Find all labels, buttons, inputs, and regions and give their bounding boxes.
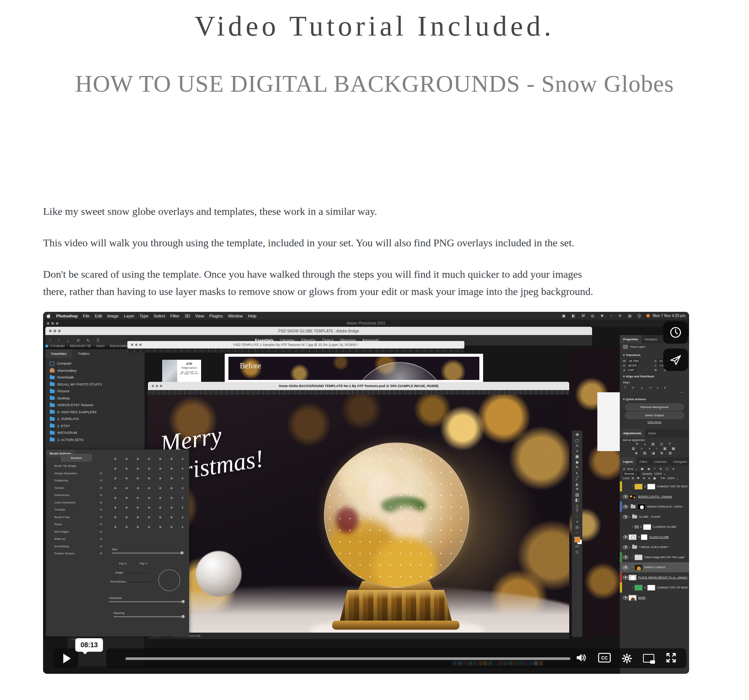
sidebar-item-desktop[interactable]: Desktop: [45, 395, 145, 402]
visibility-eye-icon[interactable]: [623, 495, 628, 499]
layer-row-selected[interactable]: ⌐ SAMPLE IMAGE: [620, 562, 689, 572]
video-control-bar[interactable]: CC: [106, 648, 686, 668]
menubar-item-3d[interactable]: 3D: [185, 314, 190, 318]
settings-gear-icon[interactable]: [622, 654, 632, 663]
layer-row[interactable]: BOKEH LIGHTS - Optional: [620, 491, 689, 502]
angle-field[interactable]: Angle:: [115, 571, 148, 574]
marquee-tool-icon[interactable]: ▢: [575, 438, 579, 442]
brush-option[interactable]: Protect Texture⊠: [46, 550, 106, 557]
lasso-tool-icon[interactable]: ∿: [575, 444, 579, 448]
path-select-tool-icon[interactable]: ◌: [576, 514, 579, 519]
watch-later-button[interactable]: [663, 321, 688, 344]
layer-name[interactable]: SNOW OVERLAYS - OPEN -: [647, 505, 684, 508]
sidebar-item-instagram[interactable]: INSTAGRAM: [45, 429, 145, 436]
adjustment-icons-row[interactable]: ☀ ◒ ▧ ◫ ▽: [620, 442, 689, 446]
hardness-slider[interactable]: Hardness: [109, 596, 184, 602]
align-title[interactable]: Align and Distribute: [626, 375, 654, 378]
menubar-item-window[interactable]: Window: [228, 314, 243, 318]
breadcrumb-item[interactable]: Computer: [50, 344, 65, 348]
document-window[interactable]: Snow Globe BACKGROUND TEMPLATE No.1 By A…: [148, 382, 569, 639]
brush-preset-grid[interactable]: [110, 454, 183, 529]
visibility-eye-icon[interactable]: [623, 505, 628, 509]
flip-y-checkbox[interactable]: Flip Y: [140, 562, 147, 565]
remove-background-button[interactable]: Remove Background: [625, 404, 684, 411]
sidebar-item-photo-stuff[interactable]: 00GALL MY PHOTO STUFF!!: [45, 381, 145, 388]
layer-name[interactable]: CLEARER GLOBE: [653, 525, 676, 529]
transform-h[interactable]: 85.5%: [627, 363, 638, 368]
visibility-eye-icon[interactable]: [623, 535, 628, 539]
layer-name[interactable]: BOKEH LIGHTS - Optional: [638, 495, 672, 498]
flip-x-checkbox[interactable]: Flip X: [119, 562, 127, 565]
kind-filter[interactable]: Kind: [627, 467, 633, 471]
breadcrumb-item[interactable]: Users: [96, 344, 105, 348]
play-button[interactable]: [54, 648, 78, 668]
layer-mask-thumbnail[interactable]: [641, 534, 648, 540]
video-player[interactable]: Photoshop File Edit Image Layer Type Sel…: [43, 312, 689, 674]
menubar-status-icons[interactable]: ▣ ◧ M ◎ ✚ ◔ ≋ ▤ Q: [562, 314, 644, 318]
tab-properties[interactable]: Properties: [620, 335, 642, 343]
layer-name[interactable]: PLACE IMAGE ABOVE Th..er - Adjust Opacit…: [638, 576, 688, 579]
layer-mask-thumbnail[interactable]: [647, 585, 656, 591]
layer-thumbnail[interactable]: [634, 483, 643, 490]
breadcrumb-item[interactable]: sharonoakey: [110, 344, 129, 348]
layer-name[interactable]: Place Image BELOW This Layer: [644, 555, 685, 559]
sidebar-item-etsy[interactable]: 2. ETSY: [45, 422, 145, 430]
opacity-value[interactable]: 100%: [654, 472, 662, 476]
visibility-eye-icon[interactable]: [623, 515, 628, 519]
layer-thumbnail[interactable]: [628, 595, 637, 601]
blur-tool-icon[interactable]: ◧: [575, 498, 579, 502]
hand-tool-icon[interactable]: ◖: [576, 520, 579, 524]
spacing-slider[interactable]: Spacing: [113, 611, 184, 617]
layer-group-row[interactable]: › SNOW OVERLAYS - OPEN -: [620, 502, 689, 512]
quick-actions-title[interactable]: Quick Actions: [626, 398, 646, 401]
transform-title[interactable]: Transform: [626, 353, 640, 357]
select-subject-button[interactable]: Select Subject: [625, 412, 684, 419]
captions-icon[interactable]: CC: [598, 653, 611, 664]
layer-filter-icons[interactable]: ▣ ◉ T ⊞ ▢ ●: [641, 467, 676, 471]
layer-group-row[interactable]: ⌄ GLOBE - GLASS: [620, 512, 689, 522]
layer-name[interactable]: SAMPLE IMAGE: [644, 566, 665, 569]
brush-option[interactable]: Wet Edges⊠: [46, 528, 106, 536]
layer-thumbnail[interactable]: [634, 564, 643, 570]
visibility-eye-icon[interactable]: [623, 566, 628, 569]
brush-tip-preview[interactable]: [158, 569, 180, 591]
history-brush-tool-icon[interactable]: ◭: [576, 482, 579, 486]
window-traffic-lights[interactable]: [47, 322, 58, 325]
adjustment-icons-row[interactable]: ▤ ∩ ◑ ◔ ▦ ▩: [620, 446, 689, 451]
roundness-field[interactable]: Roundness:: [110, 580, 151, 583]
document-titlebar[interactable]: Snow Globe BACKGROUND TEMPLATE No.1 By A…: [148, 382, 569, 390]
lock-icons[interactable]: ⊞ ✚ ⊕ ● ▣: [631, 477, 657, 480]
bridge-nav-icons[interactable]: ‹ › ⌄ ↺ ↻ C: [50, 339, 102, 343]
brush-option[interactable]: Brush Tip Shape: [46, 462, 106, 470]
layer-thumbnail[interactable]: [634, 554, 643, 560]
menubar-item-select[interactable]: Select: [154, 314, 165, 318]
brush-tool-icon[interactable]: ◐: [576, 471, 579, 475]
tab-paths[interactable]: Paths: [636, 458, 651, 466]
tab-navigator[interactable]: Navigator: [642, 335, 661, 343]
brush-settings-panel[interactable]: Brush Settings Brush Tip Shape Shape Dyn…: [46, 450, 189, 636]
adjustment-icons-row[interactable]: ◈ ▨ ◪ ⊞ ▥: [620, 451, 689, 455]
layer-name[interactable]: GLOBE - GLASS: [639, 515, 660, 519]
tab-layers[interactable]: Layers: [620, 458, 636, 466]
brush-option[interactable]: Color Dynamics⊠: [46, 499, 106, 506]
crop-tool-icon[interactable]: ▣: [575, 454, 579, 459]
atp-templates-thumbnail[interactable]: ATP Templates are copyright by ATP Image…: [162, 360, 201, 382]
type-tool-icon[interactable]: T: [576, 509, 579, 513]
layer-group-row[interactable]: ⌄ * IMAGE GOES HERE *: [620, 542, 689, 552]
sidebar-tab-folders[interactable]: Folders: [72, 349, 95, 358]
sidebar-item-overlays[interactable]: 1. OVERLAYS: [45, 415, 145, 422]
menubar-item-filter[interactable]: Filter: [170, 314, 179, 318]
dodge-tool-icon[interactable]: △: [576, 503, 579, 508]
brush-option[interactable]: Noise⊠: [46, 521, 106, 528]
brush-option[interactable]: Brush Pose⊠: [46, 514, 106, 521]
document-canvas[interactable]: Merry Christmas!: [148, 395, 569, 633]
gradient-tool-icon[interactable]: ▨: [575, 493, 579, 497]
brush-option[interactable]: Smoothing⊠: [46, 543, 106, 550]
avatar[interactable]: [647, 314, 650, 317]
visibility-eye-icon[interactable]: [623, 576, 628, 580]
menubar-item-plugins[interactable]: Plugins: [209, 314, 223, 318]
chevron-down-icon[interactable]: ⌄: [635, 467, 637, 471]
layer-thumbnail[interactable]: [628, 534, 637, 540]
sidebar-item-pictures[interactable]: Pictures: [45, 388, 145, 395]
layer-row[interactable]: ⌐ Place Image BELOW This Layer: [620, 552, 689, 562]
